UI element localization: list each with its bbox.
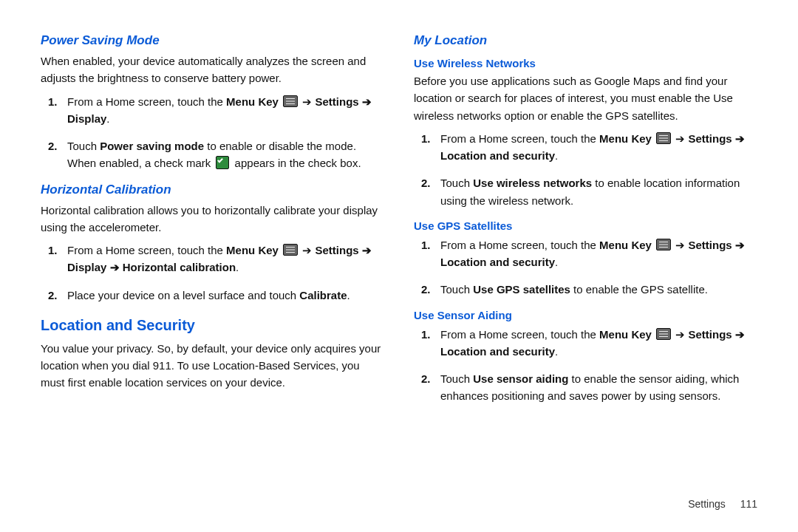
text: From a Home screen, touch the — [440, 132, 599, 145]
text: From a Home screen, touch the — [440, 328, 599, 341]
text: Location and security — [440, 345, 555, 358]
bold: Menu Key — [226, 95, 279, 108]
bold: Use GPS satellites — [473, 283, 570, 296]
arrow-icon: ➔ — [302, 244, 312, 256]
text: Settings — [688, 328, 734, 341]
heading-horizontal-calibration: Horizontal Calibration — [41, 183, 384, 197]
checkmark-icon — [216, 156, 229, 169]
arrow-icon: ➔ — [362, 95, 372, 108]
footer-section: Settings — [688, 498, 726, 510]
step-item: From a Home screen, touch the Menu Key ➔… — [440, 130, 757, 165]
menu-key-icon — [656, 239, 671, 250]
text: Touch — [67, 140, 100, 152]
arrow-icon: ➔ — [675, 328, 685, 341]
step-item: From a Home screen, touch the Menu Key ➔… — [440, 236, 757, 271]
body-power-saving: When enabled, your device automatically … — [41, 52, 384, 87]
text: Settings — [688, 132, 734, 145]
bold: Menu Key — [599, 328, 652, 341]
heading-use-gps: Use GPS Satellites — [414, 219, 757, 232]
body-use-wireless: Before you use applications such as Goog… — [414, 72, 757, 124]
heading-power-saving: Power Saving Mode — [41, 33, 384, 48]
step-item: Place your device on a level surface and… — [67, 287, 384, 304]
step-item: Touch Use GPS satellites to enable the G… — [440, 281, 757, 298]
left-column: Power Saving Mode When enabled, your dev… — [41, 26, 384, 491]
text: Settings — [688, 239, 734, 251]
text: From a Home screen, touch the — [440, 239, 599, 251]
bold: Use wireless networks — [473, 177, 592, 189]
bold: Use sensor aiding — [473, 372, 568, 385]
step-item: From a Home screen, touch the Menu Key ➔… — [67, 93, 384, 128]
columns: Power Saving Mode When enabled, your dev… — [41, 26, 757, 491]
text: Settings — [315, 95, 361, 108]
text: Touch — [440, 283, 473, 296]
step-item: Touch Use wireless networks to enable lo… — [440, 174, 757, 209]
text: Horizontal calibration — [123, 261, 236, 273]
heading-use-wireless: Use Wireless Networks — [414, 57, 757, 69]
menu-key-icon — [656, 132, 671, 144]
menu-key-icon — [656, 328, 671, 340]
step-item: Touch Power saving mode to enable or dis… — [67, 137, 384, 172]
heading-location-security: Location and Security — [41, 317, 384, 334]
steps-use-wireless: From a Home screen, touch the Menu Key ➔… — [414, 130, 757, 209]
text: Display — [67, 261, 110, 273]
steps-use-gps: From a Home screen, touch the Menu Key ➔… — [414, 236, 757, 299]
steps-power-saving: From a Home screen, touch the Menu Key ➔… — [41, 93, 384, 172]
bold: Menu Key — [226, 244, 279, 256]
text: Touch — [440, 177, 473, 189]
text: appears in the check box. — [231, 157, 361, 169]
text: Display — [67, 112, 106, 125]
arrow-icon: ➔ — [110, 261, 120, 273]
arrow-icon: ➔ — [302, 95, 312, 108]
bold: Power saving mode — [100, 140, 204, 152]
bold: Calibrate — [299, 289, 347, 301]
text: From a Home screen, touch the — [67, 95, 226, 108]
footer-page-number: 111 — [740, 498, 757, 510]
arrow-icon: ➔ — [735, 132, 745, 145]
text: From a Home screen, touch the — [67, 244, 226, 256]
arrow-icon: ➔ — [735, 239, 745, 251]
text: Location and security — [440, 256, 555, 268]
step-item: Touch Use sensor aiding to enable the se… — [440, 370, 757, 405]
body-horizontal-calibration: Horizontal calibration allows you to hor… — [41, 202, 384, 236]
manual-page: Power Saving Mode When enabled, your dev… — [0, 0, 798, 532]
bold: Menu Key — [599, 239, 652, 251]
text: Place your device on a level surface and… — [67, 289, 299, 301]
right-column: My Location Use Wireless Networks Before… — [414, 26, 757, 491]
menu-key-icon — [283, 95, 298, 107]
arrow-icon: ➔ — [675, 239, 685, 251]
menu-key-icon — [283, 244, 298, 256]
step-item: From a Home screen, touch the Menu Key ➔… — [67, 242, 384, 276]
steps-horizontal-calibration: From a Home screen, touch the Menu Key ➔… — [41, 242, 384, 304]
arrow-icon: ➔ — [362, 244, 372, 256]
arrow-icon: ➔ — [735, 328, 745, 341]
bold: Menu Key — [599, 132, 652, 145]
step-item: From a Home screen, touch the Menu Key ➔… — [440, 326, 757, 361]
heading-my-location: My Location — [414, 33, 757, 48]
text: Settings — [315, 244, 361, 256]
steps-use-sensor: From a Home screen, touch the Menu Key ➔… — [414, 326, 757, 405]
arrow-icon: ➔ — [675, 132, 685, 145]
heading-use-sensor: Use Sensor Aiding — [414, 309, 757, 321]
body-location-security: You value your privacy. So, by default, … — [41, 340, 384, 392]
text: Touch — [440, 372, 473, 385]
text: Location and security — [440, 149, 555, 162]
text: to enable the GPS satellite. — [570, 283, 708, 296]
page-footer: Settings 111 — [41, 491, 757, 510]
